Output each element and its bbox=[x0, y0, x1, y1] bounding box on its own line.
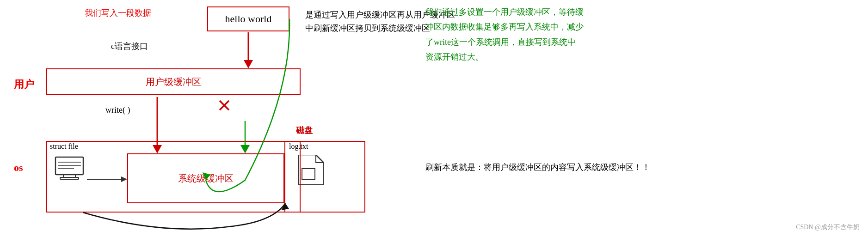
user-buffer-box: 用户级缓冲区 bbox=[46, 68, 301, 95]
desc-right-line3: 了write这一个系统调用，直接写到系统中 bbox=[425, 35, 584, 49]
svg-line-13 bbox=[220, 101, 229, 110]
watermark: CSDN @成分不含牛奶 bbox=[796, 223, 860, 231]
label-log: log.txt bbox=[289, 142, 308, 151]
label-disk: 磁盘 bbox=[296, 125, 313, 136]
desc-right-line4: 资源开销过大。 bbox=[425, 49, 584, 64]
log-file-icon bbox=[298, 155, 324, 185]
label-write-data: 我们写入一段数据 bbox=[85, 7, 151, 18]
label-write: write( ) bbox=[105, 105, 130, 115]
sys-buffer-text: 系统级缓冲区 bbox=[178, 172, 234, 185]
label-struct-file: struct file bbox=[50, 142, 78, 151]
label-user: 用户 bbox=[14, 78, 34, 91]
desc-flush: 刷新本质就是：将用户级缓冲区的内容写入系统级缓冲区！！ bbox=[425, 162, 650, 173]
disk-box bbox=[284, 141, 365, 213]
user-buffer-text: 用户级缓冲区 bbox=[146, 76, 201, 88]
svg-rect-0 bbox=[55, 157, 83, 175]
desc-right-line2: 冲区内数据收集足够多再写入系统中，减少 bbox=[425, 19, 584, 34]
diagram-container: hello world 我们写入一段数据 c语言接口 用户 用户级缓冲区 wri… bbox=[0, 0, 868, 237]
desc-right: 我们通过多设置一个用户级缓冲区，等待缓 冲区内数据收集足够多再写入系统中，减少 … bbox=[425, 5, 584, 65]
svg-rect-7 bbox=[302, 169, 315, 180]
desc-right-line1: 我们通过多设置一个用户级缓冲区，等待缓 bbox=[425, 5, 584, 19]
svg-rect-2 bbox=[60, 177, 79, 179]
struct-file-icon bbox=[53, 155, 86, 187]
hello-world-text: hello world bbox=[225, 13, 272, 25]
label-os: os bbox=[14, 162, 23, 174]
svg-marker-9 bbox=[244, 60, 253, 68]
svg-line-12 bbox=[220, 101, 229, 110]
label-c-interface: c语言接口 bbox=[111, 41, 148, 52]
hello-world-box: hello world bbox=[207, 6, 289, 31]
sys-buffer-box: 系统级缓冲区 bbox=[127, 153, 284, 203]
